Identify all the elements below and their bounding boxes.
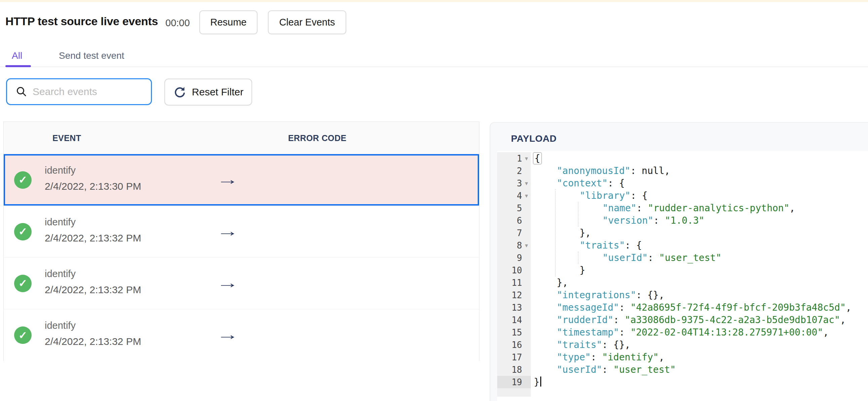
right-arrow-icon: → xyxy=(217,171,239,188)
success-check-icon: ✓ xyxy=(14,171,32,189)
clear-events-button[interactable]: Clear Events xyxy=(268,10,346,34)
events-table: EVENT ERROR CODE ✓identify2/4/2022, 2:13… xyxy=(3,122,479,361)
code-line: "context": { xyxy=(534,177,868,190)
indent-guide xyxy=(578,202,579,227)
line-number: 18 xyxy=(497,363,531,376)
top-accent-bar xyxy=(0,0,868,2)
success-check-icon: ✓ xyxy=(14,275,32,292)
code-line: "name": "rudder-analytics-python", xyxy=(534,202,868,214)
fold-arrow-icon[interactable]: ▾ xyxy=(522,242,531,249)
code-line: "traits": {}, xyxy=(534,338,868,351)
timer: 00:00 xyxy=(165,18,190,29)
code-line: { xyxy=(534,152,868,165)
code-line: "version": "1.0.3" xyxy=(534,214,868,227)
line-number: 13 xyxy=(497,301,531,314)
event-name: identify xyxy=(45,268,75,279)
reset-filter-label: Reset Filter xyxy=(192,86,243,98)
line-number: 2 xyxy=(497,165,531,177)
code-line: "integrations": {}, xyxy=(534,289,868,301)
active-tab-underline xyxy=(5,65,31,67)
tab-all[interactable]: All xyxy=(12,51,22,61)
tabs-divider xyxy=(0,67,868,67)
code-line: "rudderId": "a33086db-9375-4c22-a2a3-b5d… xyxy=(534,314,868,326)
text-cursor xyxy=(540,376,541,387)
events-table-body: ✓identify2/4/2022, 2:13:30 PM→✓identify2… xyxy=(4,154,479,361)
line-number: 1▾ xyxy=(497,152,531,165)
code-line: "library": { xyxy=(534,190,868,202)
fold-arrow-icon[interactable]: ▾ xyxy=(522,192,531,199)
event-timestamp: 2/4/2022, 2:13:32 PM xyxy=(45,284,141,296)
code-line: "userId": "user_test" xyxy=(534,252,868,264)
resume-button[interactable]: Resume xyxy=(199,10,257,34)
search-input[interactable] xyxy=(33,86,144,97)
line-number: 14 xyxy=(497,314,531,326)
event-row[interactable]: ✓identify2/4/2022, 2:13:32 PM→ xyxy=(4,206,479,258)
payload-panel: PAYLOAD 1▾23▾4▾5678▾91011121314151617181… xyxy=(490,122,868,401)
line-number: 16 xyxy=(497,338,531,351)
line-number: 15 xyxy=(497,326,531,338)
event-timestamp: 2/4/2022, 2:13:30 PM xyxy=(45,181,141,192)
fold-arrow-icon[interactable]: ▾ xyxy=(522,180,531,187)
success-check-icon: ✓ xyxy=(14,327,32,344)
right-arrow-icon: → xyxy=(217,326,239,343)
line-number: 3▾ xyxy=(497,177,531,190)
code-line: "type": "identify", xyxy=(534,351,868,363)
line-number: 12 xyxy=(497,289,531,301)
success-check-icon: ✓ xyxy=(14,223,32,240)
line-number: 4▾ xyxy=(497,190,531,202)
code-line: }, xyxy=(534,227,868,239)
right-arrow-icon: → xyxy=(217,274,239,291)
code-line: "anonymousId": null, xyxy=(534,165,868,177)
line-number: 6 xyxy=(497,214,531,227)
line-number: 9 xyxy=(497,252,531,264)
line-number: 10 xyxy=(497,264,531,276)
live-events-page: HTTP test source live events 00:00 Resum… xyxy=(0,0,868,401)
code-line: }, xyxy=(534,276,868,289)
event-row[interactable]: ✓identify2/4/2022, 2:13:32 PM→ xyxy=(4,258,479,309)
line-number: 17 xyxy=(497,351,531,363)
column-header-event: EVENT xyxy=(53,133,81,143)
event-name: identify xyxy=(45,165,75,176)
line-number: 5 xyxy=(497,202,531,214)
column-header-error-code: ERROR CODE xyxy=(288,133,346,143)
line-number: 11 xyxy=(497,276,531,289)
editor-gutter: 1▾23▾4▾5678▾910111213141516171819 xyxy=(497,152,531,397)
event-name: identify xyxy=(45,216,75,228)
editor-code: {"anonymousId": null,"context": {"librar… xyxy=(534,152,868,388)
indent-guide xyxy=(555,190,556,276)
right-arrow-icon: → xyxy=(217,223,239,239)
line-number: 19 xyxy=(497,376,531,388)
indent-guide xyxy=(578,252,579,264)
code-line: "userId": "user_test" xyxy=(534,363,868,376)
reset-filter-button[interactable]: Reset Filter xyxy=(164,78,252,105)
event-row[interactable]: ✓identify2/4/2022, 2:13:30 PM→ xyxy=(4,154,479,206)
events-table-header: EVENT ERROR CODE xyxy=(4,122,479,154)
line-number: 7 xyxy=(497,227,531,239)
code-line: "timestamp": "2022-02-04T14:13:28.275971… xyxy=(534,326,868,338)
event-row[interactable]: ✓identify2/4/2022, 2:13:32 PM→ xyxy=(4,309,479,361)
line-number: 8▾ xyxy=(497,239,531,252)
payload-title: PAYLOAD xyxy=(511,133,557,144)
tab-send-test-event[interactable]: Send test event xyxy=(59,51,124,61)
code-line: "messageId": "42a8695f-72f4-4f9f-bfcf-20… xyxy=(534,301,868,314)
code-line: } xyxy=(534,264,868,276)
code-line: "traits": { xyxy=(534,239,868,252)
search-box[interactable] xyxy=(6,78,152,105)
search-icon xyxy=(16,86,27,97)
fold-arrow-icon[interactable]: ▾ xyxy=(522,155,531,162)
json-editor[interactable]: 1▾23▾4▾5678▾910111213141516171819 {"anon… xyxy=(497,151,868,401)
event-timestamp: 2/4/2022, 2:13:32 PM xyxy=(45,232,141,244)
page-title: HTTP test source live events xyxy=(5,15,158,28)
event-timestamp: 2/4/2022, 2:13:32 PM xyxy=(45,336,141,347)
refresh-icon xyxy=(173,85,187,99)
code-line: } xyxy=(534,376,868,388)
event-name: identify xyxy=(45,320,75,331)
